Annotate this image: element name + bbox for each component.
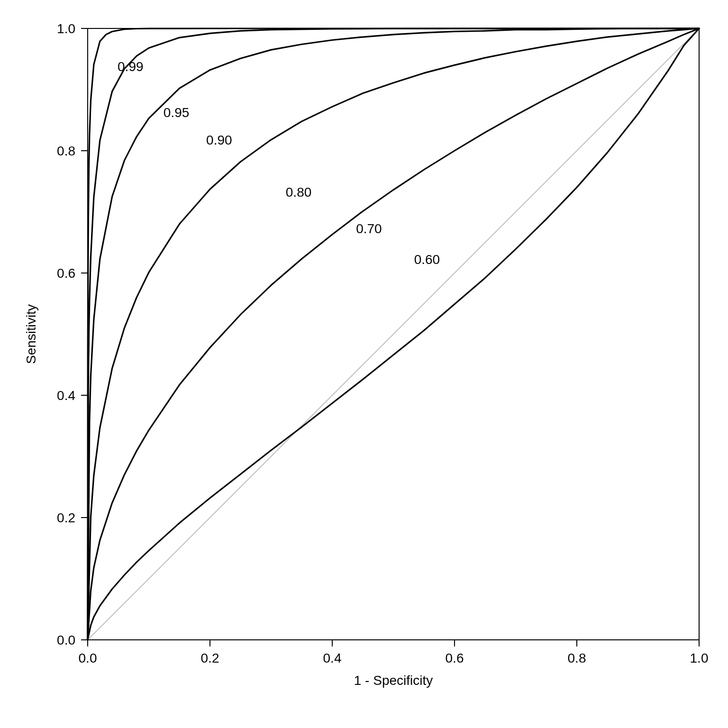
curve-label-080: 0.80	[286, 185, 312, 200]
reference-diagonal	[88, 28, 699, 640]
y-tick-label: 0.2	[57, 510, 75, 525]
x-tick-label: 1.0	[690, 651, 709, 665]
curve-label-070: 0.70	[356, 221, 382, 236]
y-tick-label: 0.0	[57, 633, 75, 647]
curve-label-060: 0.60	[414, 252, 440, 267]
y-axis-label: Sensitivity	[24, 304, 38, 364]
x-tick-label: 0.2	[201, 651, 219, 665]
x-tick-label: 0.8	[568, 651, 586, 665]
y-tick-label: 0.8	[57, 144, 75, 158]
x-tick-label: 0.0	[79, 651, 97, 665]
chart-svg: 0.00.20.40.60.81.00.00.20.40.60.81.01 - …	[0, 0, 728, 728]
curve-label-099: 0.99	[118, 59, 144, 74]
y-tick-label: 1.0	[57, 21, 75, 36]
x-tick-label: 0.4	[323, 651, 342, 665]
x-tick-label: 0.6	[446, 651, 464, 665]
curve-label-090: 0.90	[206, 133, 232, 147]
roc-chart: 0.00.20.40.60.81.00.00.20.40.60.81.01 - …	[0, 0, 728, 728]
y-tick-label: 0.4	[57, 388, 75, 403]
y-tick-label: 0.6	[57, 266, 75, 281]
x-axis-label: 1 - Specificity	[354, 673, 433, 688]
curve-label-095: 0.95	[164, 105, 190, 120]
